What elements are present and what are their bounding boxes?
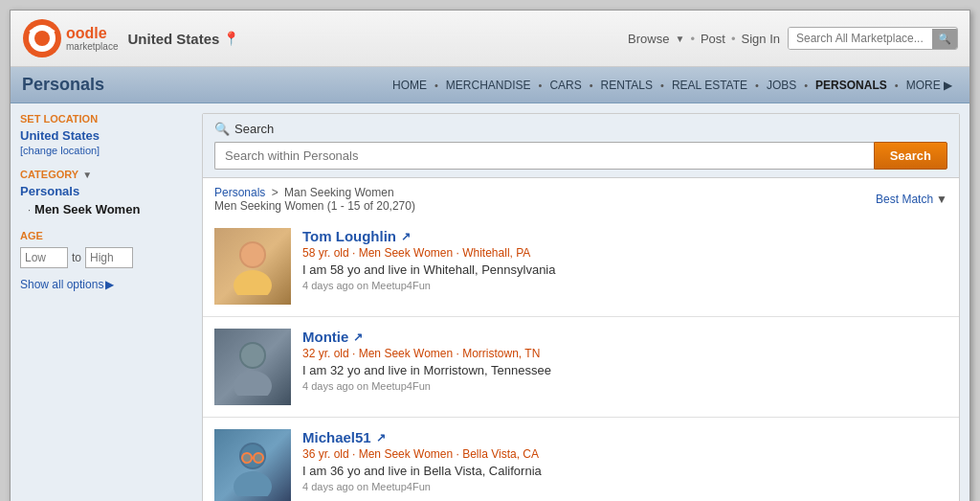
header-search-box: 🔍 <box>788 27 958 50</box>
age-high-input[interactable] <box>85 247 133 268</box>
sidebar: SET LOCATION United States [change locat… <box>20 113 192 501</box>
breadcrumb-bar: Personals > Man Seeking Women Men Seekin… <box>203 178 959 216</box>
listing-info-1: Tom Loughlin ↗ 58 yr. old · Men Seek Wom… <box>302 228 947 291</box>
breadcrumb: Personals > Man Seeking Women <box>214 186 415 199</box>
header-search-input[interactable] <box>789 28 932 49</box>
header: oodle marketplace United States 📍 Browse… <box>11 11 969 67</box>
breadcrumb-area: Personals > Man Seeking Women Men Seekin… <box>214 186 415 213</box>
listing-meta-1: 58 yr. old · Men Seek Women · Whitehall,… <box>302 246 947 260</box>
age-inputs: to <box>20 247 192 268</box>
nav-rentals[interactable]: RENTALS <box>595 69 658 102</box>
listing-time-1: 4 days ago on Meetup4Fun <box>302 280 947 291</box>
location-pin-icon: 📍 <box>223 31 239 46</box>
svg-point-12 <box>242 453 252 463</box>
category-label: CATEGORY ▼ <box>20 169 192 180</box>
listing-avatar-2 <box>214 329 291 405</box>
show-all-options-arrow-icon: ▶ <box>105 278 114 291</box>
set-location-label: SET LOCATION <box>20 113 192 125</box>
logo-area: oodle marketplace <box>22 18 118 58</box>
subcategory-bullet: · <box>28 204 31 216</box>
svg-point-7 <box>234 371 272 396</box>
oodle-logo <box>22 18 62 58</box>
nav-cars[interactable]: CARS <box>544 69 587 102</box>
listing-desc-3: I am 36 yo and live in Bella Vista, Cali… <box>302 464 947 478</box>
age-low-input[interactable] <box>20 247 68 268</box>
browse-link[interactable]: Browse <box>628 32 669 46</box>
header-left: oodle marketplace United States 📍 <box>22 18 239 58</box>
svg-point-8 <box>241 344 264 367</box>
panel-search-button[interactable]: Search <box>874 142 947 170</box>
nav-personals[interactable]: PERSONALS <box>810 69 893 102</box>
svg-point-2 <box>34 31 50 46</box>
listing-name-1[interactable]: Tom Loughlin ↗ <box>302 228 947 244</box>
category-personals-link[interactable]: Personals <box>20 184 192 198</box>
listing-avatar-1 <box>214 228 291 305</box>
location-text: United States <box>127 31 219 47</box>
listing-item: Montie ↗ 32 yr. old · Men Seek Women · M… <box>203 317 959 418</box>
listing-info-3: Michael51 ↗ 36 yr. old · Men Seek Women … <box>302 429 947 492</box>
nav-jobs[interactable]: JOBS <box>761 69 802 102</box>
signin-link[interactable]: Sign In <box>742 32 780 46</box>
panel-search-row: Search <box>214 142 947 170</box>
nav-bar: Personals HOME • MERCHANDISE • CARS • RE… <box>11 67 969 103</box>
sidebar-category-section: CATEGORY ▼ Personals · Men Seek Women <box>20 169 192 218</box>
listing-desc-1: I am 58 yo and live in Whitehall, Pennsy… <box>302 262 947 277</box>
breadcrumb-current: Man Seeking Women <box>284 186 394 199</box>
sort-link[interactable]: Best Match <box>876 193 933 206</box>
nav-realestate[interactable]: REAL ESTATE <box>666 69 753 102</box>
listing-name-3[interactable]: Michael51 ↗ <box>302 429 947 445</box>
sidebar-location-section: SET LOCATION United States [change locat… <box>20 113 192 157</box>
header-right: Browse ▼ • Post • Sign In 🔍 <box>628 27 958 50</box>
sidebar-age-section: AGE to Show all options ▶ <box>20 230 192 291</box>
sidebar-location-name: United States <box>20 128 192 143</box>
browse-dropdown-icon: ▼ <box>675 34 684 44</box>
header-search-button[interactable]: 🔍 <box>932 29 957 49</box>
listing-item: Michael51 ↗ 36 yr. old · Men Seek Women … <box>203 418 959 501</box>
listing-time-3: 4 days ago on Meetup4Fun <box>302 481 947 492</box>
logo-subtext: marketplace <box>66 42 118 52</box>
results-count: Men Seeking Women (1 - 15 of 20,270) <box>214 199 415 213</box>
nav-more[interactable]: MORE ▶ <box>901 69 958 102</box>
category-dropdown-icon: ▼ <box>82 170 92 180</box>
svg-point-13 <box>254 453 263 463</box>
post-link[interactable]: Post <box>701 32 725 46</box>
svg-point-5 <box>241 243 264 266</box>
age-label: AGE <box>20 230 192 241</box>
breadcrumb-separator: > <box>272 186 278 199</box>
listing-name-2[interactable]: Montie ↗ <box>302 329 947 345</box>
subcategory-men-seek-women[interactable]: Men Seek Women <box>34 202 140 216</box>
page-wrapper: oodle marketplace United States 📍 Browse… <box>10 10 970 501</box>
sort-dropdown-icon: ▼ <box>936 193 947 206</box>
listing-time-2: 4 days ago on Meetup4Fun <box>302 380 947 392</box>
svg-point-4 <box>234 270 272 295</box>
content-panel: 🔍 Search Search Personals > Man Seeking … <box>202 113 960 501</box>
page-section-title: Personals <box>22 67 137 102</box>
listing-desc-2: I am 32 yo and live in Morristown, Tenne… <box>302 363 947 377</box>
location-display[interactable]: United States 📍 <box>127 31 239 47</box>
sort-control[interactable]: Best Match ▼ <box>876 193 947 206</box>
age-to-label: to <box>72 251 81 264</box>
subcategory-item: · Men Seek Women <box>20 200 192 218</box>
breadcrumb-parent[interactable]: Personals <box>214 186 265 199</box>
panel-search-input[interactable] <box>214 142 874 170</box>
nav-merchandise[interactable]: MERCHANDISE <box>440 69 537 102</box>
show-all-options-link[interactable]: Show all options ▶ <box>20 278 192 291</box>
external-link-icon: ↗ <box>376 431 386 444</box>
listing-item: Tom Loughlin ↗ 58 yr. old · Men Seek Wom… <box>203 216 959 317</box>
header-nav: Browse ▼ • Post • Sign In <box>628 32 780 46</box>
logo-text: oodle <box>66 25 118 42</box>
listing-meta-3: 36 yr. old · Men Seek Women · Bella Vist… <box>302 447 947 461</box>
listing-avatar-3 <box>214 429 291 501</box>
panel-search-label: 🔍 Search <box>214 122 947 136</box>
change-location-link[interactable]: [change location] <box>20 145 100 156</box>
external-link-icon: ↗ <box>401 230 411 243</box>
listing-meta-2: 32 yr. old · Men Seek Women · Morristown… <box>302 347 947 360</box>
main-content: SET LOCATION United States [change locat… <box>11 103 969 501</box>
listings-container: Tom Loughlin ↗ 58 yr. old · Men Seek Wom… <box>203 216 959 501</box>
main-nav: HOME • MERCHANDISE • CARS • RENTALS • RE… <box>387 69 958 102</box>
external-link-icon: ↗ <box>353 330 363 344</box>
listing-info-2: Montie ↗ 32 yr. old · Men Seek Women · M… <box>302 329 947 392</box>
svg-point-10 <box>234 471 272 496</box>
nav-home[interactable]: HOME <box>387 69 433 102</box>
panel-search-area: 🔍 Search Search <box>203 114 959 178</box>
